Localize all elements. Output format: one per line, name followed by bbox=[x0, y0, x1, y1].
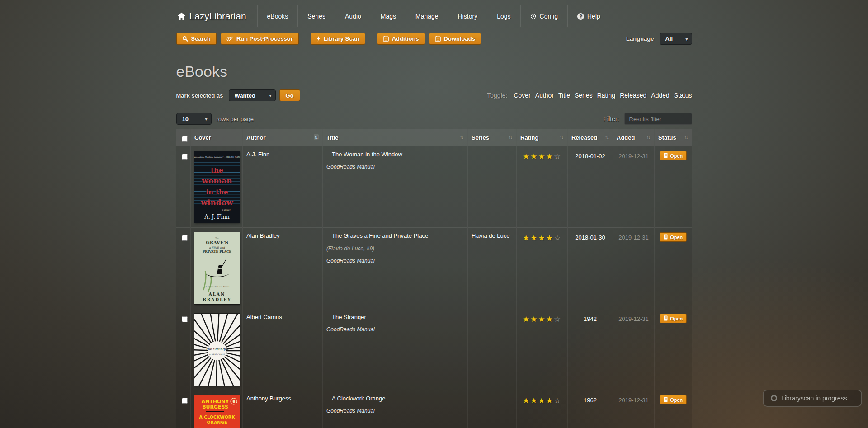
sort-icon[interactable]: ↑↓ bbox=[314, 134, 319, 140]
column-header-series[interactable]: Series↑↓ bbox=[468, 129, 517, 146]
nav-item-config[interactable]: Config bbox=[520, 5, 567, 27]
rows-per-page-select[interactable]: 10 bbox=[176, 113, 212, 125]
book-cover[interactable]: "Astounding. Thrilling. Amazing." —GILLI… bbox=[194, 151, 240, 223]
results-filter-input[interactable] bbox=[624, 113, 692, 125]
row-checkbox[interactable] bbox=[182, 154, 188, 160]
nav-item-logs[interactable]: Logs bbox=[487, 5, 520, 27]
open-button[interactable]: Open bbox=[660, 314, 687, 323]
sort-icon[interactable]: ↑↓ bbox=[684, 134, 689, 140]
source-label: GoodReads Manual bbox=[326, 408, 464, 414]
column-header-label: Title bbox=[326, 134, 339, 141]
downloads-button[interactable]: Downloads bbox=[429, 33, 481, 45]
toggle-link-added[interactable]: Added bbox=[651, 92, 669, 99]
star-filled-icon: ★ bbox=[523, 315, 530, 324]
released-date: 1942 bbox=[568, 309, 613, 390]
nav-item-help[interactable]: ?Help bbox=[567, 5, 610, 27]
nav-item-audio[interactable]: Audio bbox=[335, 5, 371, 27]
nav-item-label: Series bbox=[307, 13, 326, 20]
author-link[interactable]: Albert Camus bbox=[246, 314, 282, 320]
rating-stars: ★★★★☆ bbox=[517, 146, 568, 228]
nav-item-label: eBooks bbox=[267, 13, 288, 20]
star-filled-icon: ★ bbox=[546, 315, 554, 324]
search-button[interactable]: Search bbox=[176, 33, 217, 45]
nav-item-mags[interactable]: Mags bbox=[371, 5, 406, 27]
title-link[interactable]: The Graves a Fine and Private Place bbox=[332, 232, 428, 239]
sort-icon[interactable]: ↑↓ bbox=[605, 134, 609, 140]
title-cell: The Stranger GoodReads Manual bbox=[323, 309, 468, 390]
mark-selected-select[interactable]: Wanted bbox=[229, 89, 276, 101]
open-button[interactable]: Open bbox=[660, 232, 687, 242]
book-icon bbox=[664, 397, 668, 403]
toggle-link-title[interactable]: Title bbox=[558, 92, 570, 99]
book-cover[interactable]: The Stranger ALBERT CAMUS bbox=[194, 314, 240, 386]
sort-icon[interactable]: ↑↓ bbox=[646, 134, 651, 140]
book-icon bbox=[664, 153, 668, 159]
books-table: CoverAuthor↑↓Title↑↓Series↑↓Rating↑↓Rele… bbox=[176, 129, 692, 428]
nav-item-manage[interactable]: Manage bbox=[406, 5, 448, 27]
column-header-released[interactable]: Released↑↓ bbox=[568, 129, 613, 146]
book-cover[interactable]: ANTHONY BURGESS A CLOCKWORK ORANGE bbox=[194, 395, 240, 428]
toggle-link-author[interactable]: Author bbox=[535, 92, 554, 99]
search-icon bbox=[182, 36, 188, 42]
row-checkbox[interactable] bbox=[182, 316, 188, 322]
toast-notification[interactable]: Libraryscan in progress ... bbox=[763, 390, 862, 407]
svg-text:ORANGE: ORANGE bbox=[207, 420, 227, 425]
svg-text:The: The bbox=[215, 237, 219, 239]
author-link[interactable]: Alan Bradley bbox=[246, 232, 280, 239]
go-button[interactable]: Go bbox=[279, 89, 300, 101]
column-toggle: Toggle: CoverAuthorTitleSeriesRatingRele… bbox=[487, 92, 692, 99]
author-link[interactable]: Anthony Burgess bbox=[246, 395, 291, 402]
svg-text:A. J. Finn: A. J. Finn bbox=[204, 214, 230, 220]
select-all-checkbox[interactable] bbox=[182, 136, 188, 142]
language-label: Language bbox=[626, 35, 654, 42]
brand-home-link[interactable]: LazyLibrarian bbox=[176, 5, 257, 27]
rows-select-wrap: 10 bbox=[176, 113, 212, 125]
book-cover[interactable]: The GRAVE'S a FINE and PRIVATE PLACE A F… bbox=[194, 232, 240, 304]
toggle-link-series[interactable]: Series bbox=[575, 92, 593, 99]
toggle-link-cover[interactable]: Cover bbox=[514, 92, 530, 99]
row-select-cell bbox=[176, 146, 191, 228]
nav-item-ebooks[interactable]: eBooks bbox=[257, 5, 298, 27]
star-filled-icon: ★ bbox=[523, 234, 530, 242]
library-scan-button[interactable]: Library Scan bbox=[311, 33, 365, 45]
open-button[interactable]: Open bbox=[660, 151, 687, 160]
nav-item-series[interactable]: Series bbox=[297, 5, 335, 27]
row-checkbox[interactable] bbox=[182, 398, 188, 404]
calendar-icon bbox=[383, 36, 389, 42]
toggle-link-rating[interactable]: Rating bbox=[597, 92, 615, 99]
nav-item-history[interactable]: History bbox=[448, 5, 487, 27]
title-link[interactable]: A Clockwork Orange bbox=[332, 395, 386, 402]
toggle-link-status[interactable]: Status bbox=[674, 92, 692, 99]
sort-icon[interactable]: ↑↓ bbox=[460, 134, 464, 140]
column-header-added[interactable]: Added↑↓ bbox=[613, 129, 655, 146]
title-link[interactable]: The Woman in the Window bbox=[332, 151, 402, 158]
source-label: GoodReads Manual bbox=[326, 326, 464, 333]
sort-icon[interactable]: ↑↓ bbox=[509, 134, 513, 140]
run-post-processor-button[interactable]: Run Post-Processor bbox=[221, 33, 299, 45]
button-label: Downloads bbox=[444, 35, 475, 42]
series-link[interactable]: Flavia de Luce bbox=[472, 232, 510, 239]
svg-text:ALAN: ALAN bbox=[208, 292, 226, 296]
author-link[interactable]: A.J. Finn bbox=[246, 151, 269, 158]
cover-cell: The GRAVE'S a FINE and PRIVATE PLACE A F… bbox=[191, 228, 243, 309]
additions-button[interactable]: Additions bbox=[377, 33, 425, 45]
language-select[interactable]: All bbox=[660, 33, 692, 45]
filter-label: Filter: bbox=[604, 115, 619, 122]
page-container: LazyLibrarian eBooksSeriesAudioMagsManag… bbox=[176, 0, 692, 428]
open-button[interactable]: Open bbox=[660, 395, 687, 404]
toggle-link-released[interactable]: Released bbox=[620, 92, 646, 99]
svg-text:the: the bbox=[211, 166, 223, 174]
button-label: Library Scan bbox=[324, 35, 359, 42]
added-date: 2019-12-31 bbox=[613, 309, 655, 390]
column-header-title[interactable]: Title↑↓ bbox=[323, 129, 468, 146]
column-header-status[interactable]: Status↑↓ bbox=[655, 129, 692, 146]
sort-icon[interactable]: ↑↓ bbox=[560, 134, 564, 140]
cover-cell: ANTHONY BURGESS A CLOCKWORK ORANGE bbox=[191, 390, 243, 428]
nav-item-label: Mags bbox=[381, 13, 396, 20]
row-checkbox[interactable] bbox=[182, 235, 188, 241]
released-date: 1962 bbox=[568, 390, 613, 428]
title-link[interactable]: The Stranger bbox=[332, 314, 366, 320]
column-header-rating[interactable]: Rating↑↓ bbox=[517, 129, 568, 146]
row-select-cell bbox=[176, 309, 191, 390]
column-header-author[interactable]: Author↑↓ bbox=[243, 129, 323, 146]
